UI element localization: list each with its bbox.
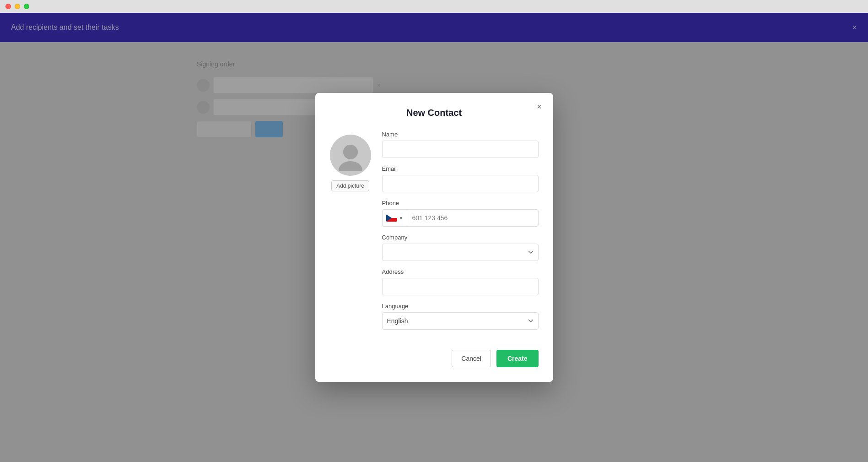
app-background: Add recipients and set their tasks × Sig… xyxy=(0,13,868,462)
window-chrome xyxy=(0,0,868,13)
phone-chevron-icon: ▼ xyxy=(399,216,404,221)
email-form-group: Email xyxy=(382,165,539,192)
modal-overlay: New Contact × Add picture xyxy=(0,13,868,462)
traffic-light-close[interactable] xyxy=(5,4,11,9)
name-label: Name xyxy=(382,131,539,138)
avatar-icon xyxy=(334,139,367,171)
language-label: Language xyxy=(382,303,539,310)
svg-point-1 xyxy=(339,161,362,171)
email-label: Email xyxy=(382,165,539,172)
avatar-section: Add picture xyxy=(330,131,371,337)
phone-number-input[interactable] xyxy=(407,214,538,222)
address-input[interactable] xyxy=(382,278,539,295)
cancel-button[interactable]: Cancel xyxy=(452,350,491,367)
address-form-group: Address xyxy=(382,268,539,295)
traffic-light-maximize[interactable] xyxy=(24,4,29,9)
svg-point-0 xyxy=(343,145,358,159)
company-form-group: Company Company A Company B xyxy=(382,234,539,261)
address-label: Address xyxy=(382,268,539,275)
avatar xyxy=(330,135,371,176)
czech-flag-icon xyxy=(386,214,397,222)
modal-title: New Contact xyxy=(406,108,462,118)
add-picture-button[interactable]: Add picture xyxy=(331,180,369,191)
phone-input-wrapper: ▼ xyxy=(382,209,539,227)
phone-flag-selector[interactable]: ▼ xyxy=(383,210,408,226)
modal-close-button[interactable]: × xyxy=(533,100,546,113)
traffic-light-minimize[interactable] xyxy=(15,4,20,9)
modal-body: Add picture Name Email xyxy=(330,131,539,337)
modal-header: New Contact xyxy=(330,108,539,118)
create-button[interactable]: Create xyxy=(496,350,539,367)
email-input[interactable] xyxy=(382,175,539,192)
form-section: Name Email Phone xyxy=(382,131,539,337)
company-label: Company xyxy=(382,234,539,241)
name-input[interactable] xyxy=(382,141,539,158)
phone-label: Phone xyxy=(382,200,539,207)
language-select[interactable]: English Czech German French Spanish xyxy=(382,312,539,330)
new-contact-modal: New Contact × Add picture xyxy=(315,93,553,382)
modal-footer: Cancel Create xyxy=(330,350,539,367)
phone-form-group: Phone ▼ xyxy=(382,200,539,227)
language-form-group: Language English Czech German French Spa… xyxy=(382,303,539,330)
company-select[interactable]: Company A Company B xyxy=(382,244,539,261)
name-form-group: Name xyxy=(382,131,539,158)
